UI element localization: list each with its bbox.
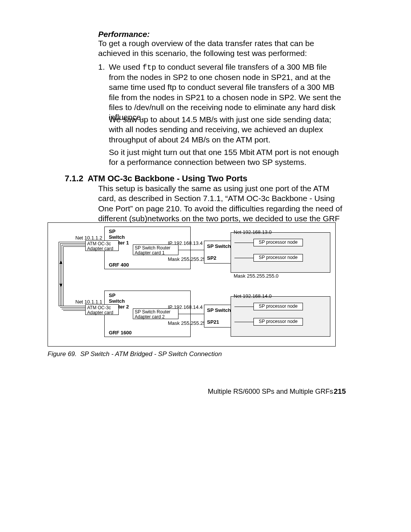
- line: [234, 243, 253, 243]
- line: [178, 314, 204, 314]
- li-ftp: ftp: [142, 63, 156, 72]
- figure-69: SP Switch Router 1 ATM OC-3c Adapter car…: [48, 222, 336, 347]
- figure-caption: Figure 69. SP Switch - ATM Bridged - SP …: [48, 350, 222, 358]
- grf1600-label: GRF 1600: [109, 330, 132, 335]
- sp21-domain: [231, 296, 330, 337]
- list-item-1-p3: So it just might turn out that one 155 M…: [109, 147, 342, 168]
- page-number: 215: [334, 387, 346, 396]
- mask-r1: Mask 255.255.255.0: [234, 273, 279, 279]
- line: [178, 250, 204, 250]
- adapter-card-1: SP Switch Router Adapter card 1: [133, 244, 178, 255]
- node-bot-1: SP processor node: [253, 303, 303, 310]
- list-item-1: We used ftp to conduct several file tran…: [109, 62, 342, 122]
- sp2-domain: [231, 232, 330, 273]
- arrow-up-icon: [59, 261, 62, 264]
- page: Performance: To get a rough overview of …: [0, 0, 411, 532]
- net-r1: Net 192.168.13.0: [234, 229, 272, 235]
- footer-text: Multiple RS/6000 SPs and Multiple GRFs: [208, 388, 333, 396]
- li-text-a: We used: [109, 62, 142, 71]
- performance-heading: Performance:: [98, 30, 150, 39]
- ip-2: IP 192.168.14.4: [168, 304, 203, 310]
- line: [234, 307, 253, 307]
- net-10-1-1-1: Net 10.1.1.1: [75, 299, 102, 305]
- line: [234, 322, 253, 322]
- line: [234, 258, 253, 258]
- node-top-1: SP processor node: [253, 239, 303, 246]
- section-heading: 7.1.2 ATM OC-3c Backbone - Using Two Por…: [65, 174, 247, 184]
- sp21-label: SP21: [207, 319, 219, 325]
- node-top-2: SP processor node: [253, 254, 303, 262]
- sp2-label: SP2: [207, 255, 217, 261]
- adapter-card-2: SP Switch Router Adapter card 2: [133, 308, 178, 319]
- performance-intro: To get a rough overview of the data tran…: [98, 38, 342, 59]
- arrow-down-icon: [59, 284, 62, 287]
- ip-1: IP 192.168.13.4: [168, 240, 203, 246]
- atm-card-1: ATM OC-3c Adapter card: [85, 240, 119, 251]
- net-r2: Net 192.168.14.0: [234, 293, 272, 299]
- list-number: 1.: [98, 62, 105, 72]
- net-10-1-1-2: Net 10.1.1.2: [75, 235, 102, 241]
- atm-card-2: ATM OC-3c Adapter card: [85, 304, 119, 315]
- node-bot-2: SP processor node: [253, 318, 303, 326]
- list-item-1-p2: We saw up to about 14.5 MB/s with just o…: [109, 115, 342, 145]
- grf400-label: GRF 400: [109, 262, 129, 268]
